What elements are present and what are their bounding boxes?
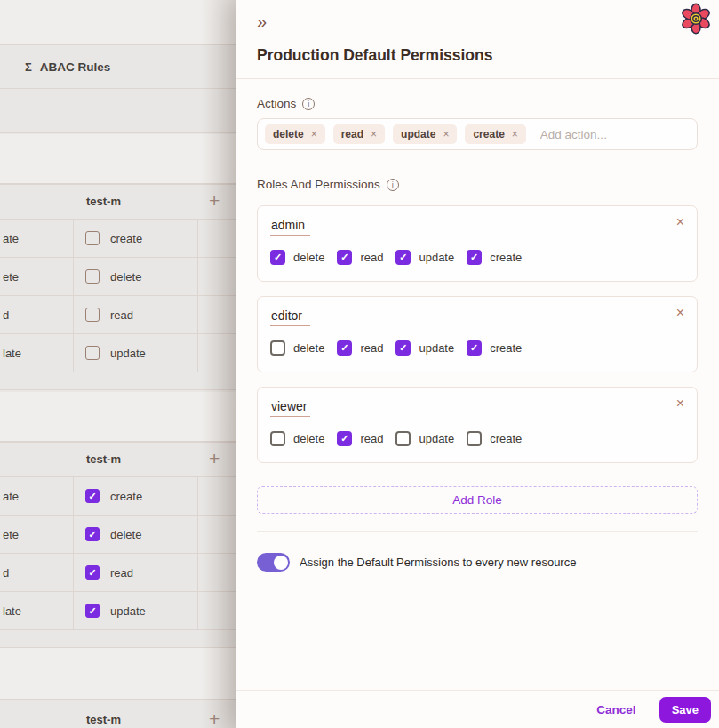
row-label: delete [110, 270, 141, 284]
row-cut-label: ete [3, 528, 19, 541]
actions-tag-input[interactable]: delete × read × update × create × [257, 118, 698, 150]
table-title: test-m [86, 452, 121, 466]
toggle-label: Assign the Default Permissions to every … [300, 556, 576, 569]
checkbox[interactable] [395, 340, 411, 356]
remove-role-icon[interactable]: × [676, 306, 684, 320]
row-label: create [110, 232, 142, 245]
brand-flower-logo [679, 3, 713, 35]
checkbox[interactable] [270, 340, 285, 356]
row-label: read [110, 566, 133, 580]
info-icon[interactable]: i [302, 98, 315, 110]
permission-checkbox[interactable] [85, 527, 100, 541]
add-role-button[interactable]: Add Role [257, 486, 698, 514]
permission-option[interactable]: read [337, 250, 383, 265]
checkbox[interactable] [395, 431, 411, 446]
checkbox[interactable] [337, 431, 352, 446]
permission-option[interactable]: read [337, 340, 383, 356]
add-action-input[interactable] [539, 127, 699, 142]
permission-label: delete [293, 432, 324, 445]
row-label: create [110, 490, 142, 503]
remove-tag-icon[interactable]: × [443, 128, 449, 140]
permission-option[interactable]: update [395, 250, 454, 265]
permission-option[interactable]: create [467, 431, 522, 446]
panel-shadow [200, 0, 236, 728]
role-name-input[interactable]: viewer [270, 397, 310, 417]
action-tag: create × [465, 124, 525, 144]
roles-label-row: Roles And Permissions i [257, 178, 698, 191]
permission-checkbox[interactable] [85, 231, 100, 245]
row-cut-label: d [3, 566, 9, 580]
remove-tag-icon[interactable]: × [512, 128, 518, 140]
toggle-switch[interactable] [257, 553, 290, 572]
role-name-input[interactable]: editor [270, 307, 310, 326]
permission-checkbox[interactable] [85, 269, 100, 284]
permission-checkbox[interactable] [85, 346, 100, 360]
checkbox[interactable] [337, 340, 352, 356]
checkbox[interactable] [467, 431, 482, 446]
checkbox[interactable] [467, 340, 482, 356]
actions-label-row: Actions i [257, 97, 698, 110]
permission-label: delete [293, 251, 324, 264]
permission-label: read [360, 432, 383, 445]
abac-rules-title: ABAC Rules [40, 60, 111, 74]
permission-label: delete [293, 341, 324, 355]
row-label: update [110, 347, 146, 360]
save-button[interactable]: Save [659, 697, 711, 723]
tag-label: read [341, 128, 363, 140]
row-cut-label: d [3, 308, 9, 322]
permission-option[interactable]: delete [270, 340, 324, 356]
cancel-button[interactable]: Cancel [591, 702, 641, 717]
page-title: Production Default Permissions [257, 46, 698, 65]
permission-option[interactable]: delete [270, 431, 324, 446]
panel-body: » Production Default Permissions Actions… [236, 0, 719, 690]
row-label: read [110, 308, 133, 322]
permission-checkbox[interactable] [85, 308, 100, 322]
action-tag: update × [393, 124, 457, 144]
tag-label: create [473, 128, 504, 140]
role-card-viewer: viewer × delete read update create [257, 387, 698, 463]
default-permissions-panel: » Production Default Permissions Actions… [236, 0, 719, 728]
remove-role-icon[interactable]: × [676, 396, 684, 411]
action-tag: delete × [265, 124, 325, 144]
section-divider [257, 531, 698, 532]
checkbox[interactable] [337, 250, 352, 265]
tag-label: delete [273, 128, 304, 140]
info-icon[interactable]: i [387, 179, 399, 191]
sigma-icon: Σ [25, 60, 32, 74]
row-cut-label: ate [3, 490, 19, 503]
actions-label: Actions [257, 97, 296, 110]
permission-option[interactable]: create [467, 340, 522, 356]
role-card-editor: editor × delete read update create [257, 296, 698, 372]
permission-label: create [490, 251, 522, 264]
checkbox[interactable] [270, 250, 285, 265]
row-cut-label: ete [3, 270, 19, 284]
tag-label: update [401, 128, 435, 140]
panel-footer: Cancel Save [236, 690, 719, 728]
permission-checkbox[interactable] [85, 489, 100, 503]
permission-label: read [360, 251, 383, 264]
permission-option[interactable]: read [337, 431, 383, 446]
collapse-panel-icon[interactable]: » [257, 12, 278, 30]
checkbox[interactable] [395, 250, 411, 265]
row-cut-label: late [3, 347, 21, 360]
permission-row: delete read update create [270, 250, 684, 265]
checkbox[interactable] [270, 431, 285, 446]
row-label: update [110, 604, 146, 618]
permission-label: update [419, 251, 454, 264]
permission-option[interactable]: delete [270, 250, 324, 265]
remove-role-icon[interactable]: × [676, 215, 684, 229]
permission-option[interactable]: update [395, 431, 454, 446]
permission-option[interactable]: create [467, 250, 522, 265]
background-page: Σ ABAC Rules test-m + ate create ete del… [0, 0, 236, 728]
permission-label: read [360, 341, 383, 355]
remove-tag-icon[interactable]: × [371, 128, 377, 140]
permission-row: delete read update create [270, 340, 684, 356]
permission-option[interactable]: update [395, 340, 454, 356]
permission-label: update [419, 432, 454, 445]
permission-checkbox[interactable] [85, 565, 100, 580]
remove-tag-icon[interactable]: × [311, 128, 317, 140]
permission-checkbox[interactable] [85, 604, 100, 618]
checkbox[interactable] [467, 250, 482, 265]
row-cut-label: late [3, 604, 21, 618]
role-name-input[interactable]: admin [270, 216, 310, 236]
